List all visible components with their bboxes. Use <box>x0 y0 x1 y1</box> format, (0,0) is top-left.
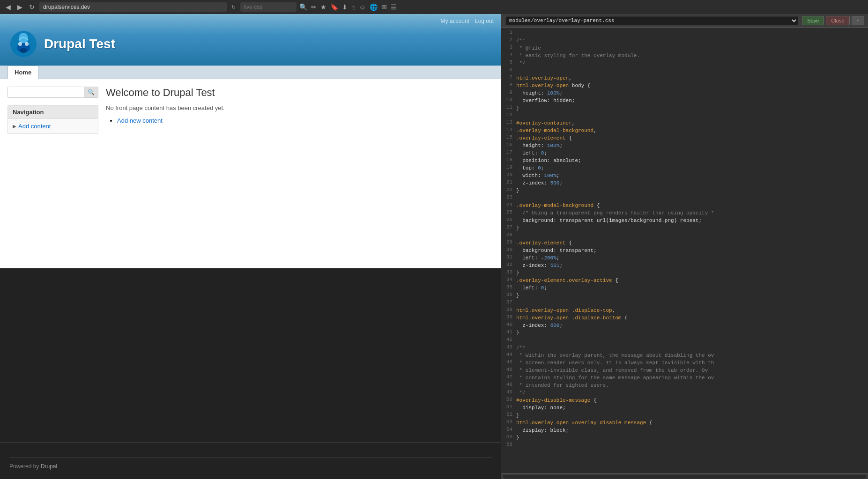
back-button[interactable]: ◀ <box>4 2 13 12</box>
code-line: 17 left: 0; <box>501 149 868 157</box>
code-line: 10 overflow: hidden; <box>501 97 868 104</box>
code-line: 3 * @file <box>501 44 868 52</box>
sidebar-nav-content: ▶ Add content <box>8 119 98 133</box>
line-number: 31 <box>503 254 516 260</box>
line-content: } <box>516 187 519 194</box>
code-line: 48 * intended for sighted users. <box>501 382 868 389</box>
editor-action-btns: Save Close ↑ <box>802 16 864 25</box>
code-line: 47 * contains styling for the same messa… <box>501 374 868 382</box>
line-content: * element-invisible class, and removed f… <box>516 367 708 374</box>
browser-search-input[interactable] <box>240 2 297 12</box>
line-content: display: none; <box>516 404 566 412</box>
line-content: overflow: hidden; <box>516 97 575 104</box>
line-number: 46 <box>503 367 516 372</box>
site-footer: Powered by Drupal <box>0 442 501 479</box>
code-line: 16 height: 100%; <box>501 142 868 149</box>
line-number: 34 <box>503 277 516 282</box>
line-number: 47 <box>503 374 516 380</box>
scroll-track[interactable] <box>503 475 866 479</box>
line-content: } <box>516 412 519 419</box>
line-number: 23 <box>503 194 516 200</box>
footer-divider <box>9 457 492 457</box>
magnify-icon[interactable]: 🔍 <box>299 3 307 11</box>
refresh-button[interactable]: ↻ <box>27 2 37 12</box>
close-button[interactable]: Close <box>826 16 849 25</box>
drupal-panel: My account Log out Drupal Test Home <box>0 14 501 479</box>
save-button[interactable]: Save <box>802 16 824 25</box>
line-content: z-index: 501; <box>516 262 563 269</box>
code-line: 9 height: 100%; <box>501 89 868 97</box>
code-line: 44 * Within the overlay parent, the mess… <box>501 352 868 359</box>
line-content: #overlay-container, <box>516 119 575 127</box>
line-content: * screen-reader users only. It is always… <box>516 359 714 367</box>
line-content: left: 0; <box>516 149 547 157</box>
main-content: Welcome to Drupal Test No front page con… <box>106 87 494 261</box>
line-number: 19 <box>503 164 516 170</box>
code-line: 33} <box>501 269 868 277</box>
globe-icon[interactable]: 🌐 <box>370 3 378 11</box>
user-icon[interactable]: ☺ <box>359 3 365 11</box>
drupal-link[interactable]: Drupal <box>41 463 57 470</box>
pencil-icon[interactable]: ✏ <box>311 3 317 11</box>
log-out-link[interactable]: Log out <box>475 18 494 24</box>
line-number: 49 <box>503 389 516 395</box>
line-content: } <box>516 104 519 112</box>
line-number: 54 <box>503 427 516 432</box>
editor-panel: modules/overlay/overlay-parent.css Save … <box>501 14 868 479</box>
main-layout: My account Log out Drupal Test Home <box>0 14 868 479</box>
search-button[interactable]: 🔍 <box>84 87 98 97</box>
line-number: 1 <box>503 29 516 35</box>
line-content: } <box>516 292 519 299</box>
content-area: 🔍 Navigation ▶ Add content Welcome to Dr… <box>0 79 501 268</box>
star-icon[interactable]: ★ <box>320 3 326 11</box>
code-line: 31 left: -200%; <box>501 254 868 262</box>
line-number: 2 <box>503 37 516 43</box>
line-content: html.overlay-open .displace-top, <box>516 307 615 314</box>
code-line: 41} <box>501 329 868 337</box>
nav-tabs: Home <box>0 66 501 79</box>
line-content: background: transparent url(images/backg… <box>516 217 702 224</box>
line-number: 10 <box>503 97 516 103</box>
line-content: #overlay-disable-message { <box>516 397 597 404</box>
download-icon[interactable]: ⬇ <box>342 3 348 11</box>
code-line: 46 * element-invisible class, and remove… <box>501 367 868 374</box>
code-line: 2/** <box>501 37 868 44</box>
code-line: 7html.overlay-open, <box>501 74 868 82</box>
search-input[interactable] <box>8 87 84 97</box>
bookmark-icon[interactable]: 🔖 <box>330 3 338 11</box>
add-content-link[interactable]: ▶ Add content <box>13 123 93 130</box>
address-bar[interactable] <box>39 2 227 12</box>
code-line: 32 z-index: 501; <box>501 262 868 269</box>
menu-icon[interactable]: ☰ <box>391 3 397 11</box>
editor-bottom-scroll[interactable] <box>501 473 868 479</box>
footer-text: Powered by Drupal <box>9 463 492 470</box>
forward-button[interactable]: ▶ <box>15 2 24 12</box>
code-line: 42 <box>501 337 868 344</box>
line-number: 41 <box>503 329 516 335</box>
extra-button[interactable]: ↑ <box>852 16 865 25</box>
code-line: 27} <box>501 224 868 232</box>
my-account-link[interactable]: My account <box>441 18 469 24</box>
home-icon[interactable]: ⌂ <box>351 3 355 11</box>
line-content: html.overlay-open .displace-bottom { <box>516 314 628 322</box>
line-number: 55 <box>503 434 516 440</box>
line-number: 53 <box>503 419 516 425</box>
line-number: 39 <box>503 314 516 320</box>
code-line: 37 <box>501 299 868 307</box>
line-content: /** <box>516 344 526 352</box>
tab-home[interactable]: Home <box>7 66 38 79</box>
drupal-logo <box>9 30 37 58</box>
line-number: 5 <box>503 59 516 65</box>
code-area[interactable]: 12/**3 * @file4 * Basic styling for the … <box>501 28 868 473</box>
arrow-icon: ▶ <box>13 124 16 129</box>
code-line: 28 <box>501 232 868 239</box>
editor-filename-select[interactable]: modules/overlay/overlay-parent.css <box>505 16 798 25</box>
line-number: 29 <box>503 239 516 245</box>
mail-icon[interactable]: ✉ <box>381 3 387 11</box>
add-content-label: Add content <box>18 123 51 130</box>
line-content: width: 100%; <box>516 172 559 179</box>
line-number: 24 <box>503 202 516 207</box>
line-number: 42 <box>503 337 516 342</box>
add-new-content-link[interactable]: Add new content <box>117 117 163 124</box>
line-number: 30 <box>503 247 516 252</box>
